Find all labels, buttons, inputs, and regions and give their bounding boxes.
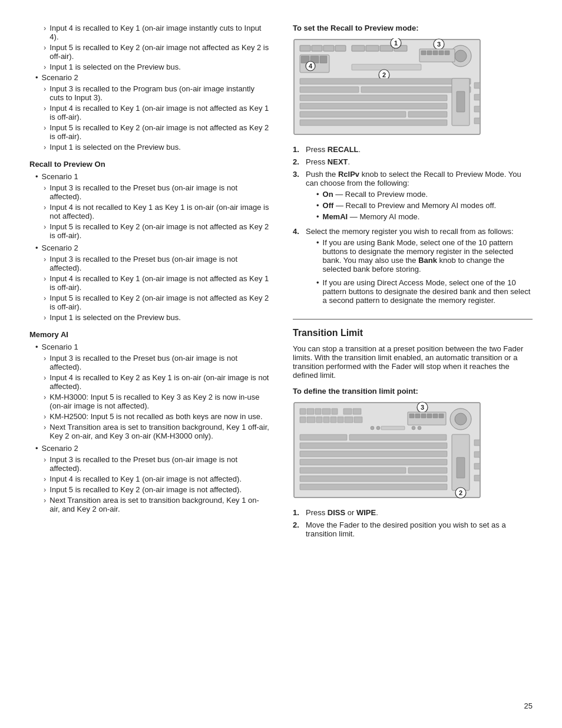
svg-rect-41 — [300, 111, 406, 117]
svg-rect-39 — [300, 95, 447, 101]
svg-rect-45 — [300, 409, 306, 414]
svg-rect-65 — [316, 417, 322, 423]
arrow-icon: › — [44, 143, 46, 151]
svg-rect-35 — [474, 83, 480, 88]
transition-description: You can stop a transition at a preset po… — [293, 344, 533, 380]
svg-rect-69 — [345, 417, 353, 423]
list-item: › Input 5 is recalled to Key 2 (on-air i… — [29, 222, 269, 240]
define-transition-title: To define the transition limit point: — [293, 387, 533, 396]
list-item: › Input 4 is recalled to Key 1 (on-air i… — [29, 24, 269, 41]
step-4: 4. Select the memory register you wish t… — [293, 227, 533, 307]
svg-rect-67 — [330, 417, 336, 423]
step-3: 3. Push the RclPv knob to select the Rec… — [293, 170, 533, 223]
transition-step-2: 2. Move the Fader to the desired positio… — [293, 521, 533, 538]
list-item: › Input 5 is recalled to Key 2 (on-air i… — [29, 485, 269, 494]
arrow-icon: › — [44, 485, 46, 494]
svg-rect-68 — [338, 417, 343, 423]
scenario2-section: • Scenario 2 › Input 3 is recalled to th… — [29, 73, 269, 151]
svg-rect-86 — [300, 459, 447, 465]
svg-rect-47 — [315, 409, 321, 414]
bank-mode-option: • If you are using Bank Mode, select one… — [316, 238, 533, 274]
list-item: › Input 1 is selected on the Preview bus… — [29, 62, 269, 71]
svg-rect-66 — [323, 417, 329, 423]
arrow-icon: › — [44, 222, 46, 240]
svg-text:2: 2 — [459, 489, 462, 496]
arrow-icon: › — [44, 393, 46, 410]
svg-rect-31 — [300, 87, 359, 93]
option-off: • Off — Recall to Preview and Memory AI … — [316, 201, 533, 210]
sub-options: • On — Recall to Preview mode. • Off — R… — [306, 190, 533, 221]
svg-rect-20 — [445, 51, 449, 55]
svg-rect-46 — [307, 409, 314, 414]
svg-rect-37 — [474, 106, 480, 112]
arrow-icon: › — [44, 123, 46, 141]
arrow-icon: › — [44, 496, 46, 513]
svg-rect-34 — [457, 91, 465, 112]
transition-limit-title: Transition Limit — [293, 328, 533, 338]
svg-text:4: 4 — [309, 62, 313, 70]
memory-ai-section: Memory AI • Scenario 1 › Input 3 is reca… — [29, 330, 269, 513]
arrow-icon: › — [44, 84, 46, 102]
arrow-icon: › — [44, 475, 46, 483]
svg-rect-40 — [300, 103, 447, 109]
step-2: 2. Press NEXT. — [293, 157, 533, 166]
svg-rect-70 — [354, 417, 362, 423]
option-memai: • MemAI — Memory AI mode. — [316, 212, 533, 221]
svg-point-55 — [455, 413, 467, 425]
list-item: › Input 1 is selected on the Preview bus… — [29, 143, 269, 151]
svg-rect-88 — [408, 467, 447, 473]
svg-rect-60 — [427, 414, 432, 418]
svg-rect-42 — [408, 111, 447, 117]
svg-point-73 — [376, 426, 380, 430]
list-item: › Input 1 is selected on the Preview bus… — [29, 313, 269, 322]
svg-rect-64 — [307, 417, 315, 423]
arrow-icon: › — [44, 203, 46, 220]
svg-rect-4 — [335, 45, 346, 51]
svg-rect-50 — [343, 409, 352, 414]
svg-rect-27 — [352, 64, 421, 70]
svg-text:3: 3 — [421, 404, 424, 411]
svg-rect-90 — [300, 484, 447, 490]
svg-text:3: 3 — [437, 41, 441, 48]
list-item: › Input 3 is recalled to the Preset bus … — [29, 183, 269, 201]
arrow-icon: › — [44, 274, 46, 292]
svg-rect-77 — [349, 434, 447, 440]
list-item: › Input 4 is not recalled to Key 1 as Ke… — [29, 203, 269, 220]
memory-ai-heading: Memory AI — [29, 330, 269, 339]
arrow-icon: › — [44, 313, 46, 322]
svg-rect-57 — [409, 414, 414, 418]
list-item: › Input 3 is recalled to the Preset bus … — [29, 255, 269, 272]
svg-rect-49 — [332, 409, 338, 414]
left-column: › Input 4 is recalled to Key 1 (on-air i… — [29, 24, 269, 544]
svg-rect-30 — [300, 78, 471, 84]
scenario2-label: • Scenario 2 — [29, 444, 269, 453]
direct-access-option: • If you are using Direct Access Mode, s… — [316, 278, 533, 305]
arrow-icon: › — [44, 423, 46, 440]
diagram2-svg: 3 — [293, 401, 481, 499]
svg-rect-43 — [300, 120, 447, 126]
list-item: › Input 3 is recalled to the Preset bus … — [29, 354, 269, 371]
scenario1-label: • Scenario 1 — [29, 342, 269, 351]
arrow-icon: › — [44, 294, 46, 311]
arrow-icon: › — [44, 104, 46, 121]
arrow-icon: › — [44, 43, 46, 61]
svg-point-75 — [418, 426, 421, 430]
list-item: › Input 5 is recalled to Key 2 (on-air i… — [29, 43, 269, 61]
list-item: › Input 4 is recalled to Key 1 (on-air i… — [29, 104, 269, 121]
svg-rect-48 — [322, 409, 330, 414]
sub-options-4: • If you are using Bank Mode, select one… — [306, 238, 533, 305]
svg-rect-19 — [439, 51, 444, 55]
svg-rect-63 — [300, 417, 306, 423]
svg-rect-58 — [415, 414, 420, 418]
list-item: › Input 5 is recalled to Key 2 (on-air i… — [29, 123, 269, 141]
transition-steps: 1. Press DISS or WIPE. 2. Move the Fader… — [293, 508, 533, 538]
arrow-icon: › — [44, 455, 46, 473]
arrow-icon: › — [44, 373, 46, 391]
svg-point-72 — [371, 426, 374, 430]
svg-rect-36 — [474, 94, 480, 100]
list-item: › Input 3 is recalled to the Preset bus … — [29, 455, 269, 473]
intro-bullets: › Input 4 is recalled to Key 1 (on-air i… — [29, 24, 269, 71]
svg-rect-84 — [300, 443, 447, 449]
diagram1-svg: 1 3 4 — [293, 38, 481, 136]
svg-rect-81 — [474, 452, 480, 457]
